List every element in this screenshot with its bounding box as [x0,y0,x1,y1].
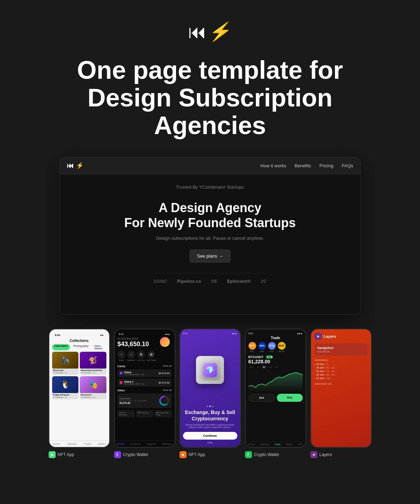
nft-light-phone: 9:41 ●● Collections Collectibles Photogr… [49,329,110,448]
hero-logo: ⏮ ⚡ [188,21,232,42]
trade-coin-btc: BTC BTC [248,342,256,352]
nav-item-benefits[interactable]: Benefits [295,162,311,169]
crypto-actions: ↑ Send ↓ Request ⇅ In & Out ⊞ [118,351,172,361]
browser-bolt-icon: ⚡ [76,162,84,169]
expense-chart [159,395,170,406]
purple-main-text: Exchange, Buy & Sell Cryptocurrency [183,409,237,422]
trade-app-label: Crypto Wallet [254,452,279,457]
layers-journal-item-1: 25 Jan: St... [315,363,368,365]
browser-rewind-icon: ⏮ [67,162,74,170]
trade-sell-button[interactable]: Sell [248,394,275,402]
site-hero-subtitle: Design subscriptions for all. Pause or c… [156,236,264,241]
trade-app-icon: ₿ [245,451,252,458]
crypto-other-section: Other View all [118,389,172,392]
crypto-avatar [160,337,170,347]
purple-continue-btn[interactable]: Continue [183,432,237,440]
browser-mockup: ⏮ ⚡ How it works Benefits Pricing FAQs T… [59,157,360,315]
crypto-stats-row: 73% in common 46% Top up 8% Food and Del… [118,410,172,417]
browser-navbar: ⏮ ⚡ How it works Benefits Pricing FAQs [60,158,360,174]
trusted-badge: Trusted By YCombinator Startups [74,185,346,190]
cta-wrapper: See plans → [190,250,230,262]
trade-phone: 9:41 ●●▲ Trade BTC BTC ADA ADA [245,329,306,448]
purple-3d-object: 💎 [196,356,224,384]
mockup-card-nft-purple: 9:41 ●●▲ 💎 [180,329,241,458]
purple-3d-area: 💎 [183,337,237,404]
mockup-card-nft-light: 9:41 ●● Collections Collectibles Photogr… [49,329,110,458]
layers-adventure-text: Adventure wit... [315,382,368,385]
crypto-action-qr[interactable]: ⊞ QR Code [147,351,156,361]
layers-main-card: Designluct noCode De... [315,343,368,356]
hero-title: One page template for Design Subscriptio… [52,56,368,140]
purple-status-bar: 9:41 ●●▲ [183,332,237,335]
nft-grid: 🦍 Bored Ape 4 Collectibles · 10... 🐒 Mut… [52,352,106,399]
rewind-icon: ⏮ [188,21,206,42]
trade-bottom-nav: Home Markets Trade Wallet NFT [246,441,306,447]
nft-screen-title: Collections [52,339,106,343]
layers-app-label: Layers [320,452,332,457]
layers-label: ◈ Layers [310,451,332,458]
bolt-icon: ⚡ [207,21,234,42]
crypto-wallet-label: ₿ Crypto Wallet [114,451,148,458]
site-hero-title: A Design Agency For Newly Founded Startu… [124,200,296,230]
nft-purple-phone: 9:41 ●●▲ 💎 [180,329,241,448]
trade-coins-row: BTC BTC ADA ADA ETH ETH BUS [248,342,303,352]
crypto-bottom-nav: Home Products Support Settings [115,441,175,447]
layers-journal-label: Journaling [315,358,368,362]
crypto-expense-row: Expenses 25 June 2021 - 10 June 2027 $4,… [118,393,172,408]
crypto-card-salary: Salary 25 October 2021 · No... $4,570.80 [118,369,172,377]
trade-pair-info: BTCUSDT live 61,228.00 [248,355,303,364]
browser-content: Trusted By YCombinator Startups A Design… [60,174,360,314]
nft-light-app-label: NFT App [58,452,74,457]
brand-2c: 2C [261,279,266,284]
hero-section: ⏮ ⚡ One page template for Design Subscri… [0,0,420,329]
nft-item-pudgy-penguins: 🐧 Pudgy Penguins 4 Collectibles · 10... [52,376,79,399]
layers-card-sub: noCode De... [317,350,365,353]
trade-time-tabs: 15m 1h 4h 12h 5d [248,366,303,369]
nav-item-how-it-works[interactable]: How it works [260,162,286,169]
purple-screen: 9:41 ●●▲ 💎 [180,329,240,447]
trade-status-bar: 9:41 ●●▲ [248,332,303,335]
nft-tab-video-games[interactable]: Video Games [92,344,106,350]
nft-light-label: ◆ NFT App [49,451,74,458]
layers-app-icon: ◈ [310,451,317,458]
trade-buy-button[interactable]: Buy [277,394,303,402]
crypto-action-request[interactable]: ↓ Request [127,351,135,361]
layers-screen: ◈ Layers Designluct noCode De... Journal… [311,329,371,447]
layers-journal-item-2: 24 Jan: Re... de... [315,366,368,369]
nft-tab-photography[interactable]: Photography [71,344,91,350]
purple-carousel-dots [183,406,237,407]
crypto-cards-section: Cards View all [118,365,172,368]
crypto-action-inout[interactable]: ⇅ In & Out [137,351,145,361]
layers-journal-item-4: 22 Jan: Att... tre... [315,373,368,376]
see-plans-button[interactable]: See plans → [190,250,230,262]
mockups-section: 9:41 ●● Collections Collectibles Photogr… [0,329,420,479]
nav-item-pricing[interactable]: Pricing [320,162,334,169]
browser-nav-links: How it works Benefits Pricing FAQs [260,162,353,169]
trade-title: Trade [248,336,303,340]
trade-chart-svg [248,371,303,392]
crypto-card-salary2: Salary 2 25 October 2021 · No... $4,570.… [118,379,172,387]
layers-card-title: Designluct [317,346,365,350]
browser-hero-content: A Design Agency For Newly Founded Startu… [74,200,346,289]
crypto-wallet-app-icon: ₿ [114,451,121,458]
trade-screen: 9:41 ●●▲ Trade BTC BTC ADA ADA [246,329,306,447]
nft-status-bar: 9:41 ●● [52,332,106,337]
nft-tab-collectibles[interactable]: Collectibles [52,344,70,350]
crypto-wallet-app-label: Crypto Wallet [123,452,148,457]
nft-item-bored-ape: 🦍 Bored Ape 4 Collectibles · 10... [52,352,79,375]
nft-purple-app-icon: ◆ [180,451,187,458]
crypto-action-send[interactable]: ↑ Send [118,351,125,361]
brand-2oinc: 2OINC [154,279,167,284]
crypto-screen: 9:41 ●●▲ ACTIVE BALANCE $43,650.10 ↑ Sen… [115,329,175,447]
layers-brand: Layers [324,334,336,338]
trade-coin-ada: ADA ADA [258,342,266,352]
nav-item-faqs[interactable]: FAQs [342,162,353,169]
mockup-card-layers: ◈ Layers Designluct noCode De... Journal… [310,329,372,458]
purple-skip-link[interactable]: Skip [183,441,237,444]
nft-purple-label: ◆ NFT App [180,451,205,458]
brand-oe: OE [211,279,217,284]
layers-icon: ◈ [315,333,322,340]
nft-purple-app-label: NFT App [189,452,205,457]
mockup-card-trade: 9:41 ●●▲ Trade BTC BTC ADA ADA [245,329,306,458]
layers-journal-item-5: 21 Jan: Lau... [315,377,368,379]
